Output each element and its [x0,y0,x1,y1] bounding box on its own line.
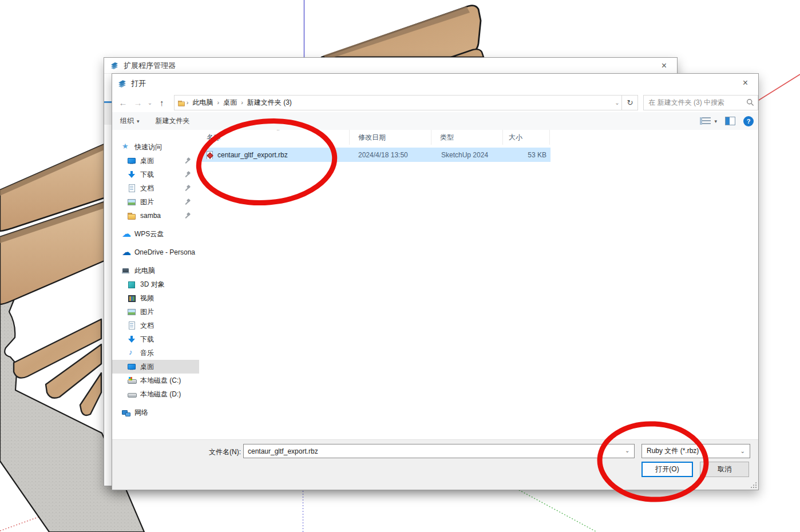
sidebar-item-文档[interactable]: 文档 [112,319,199,332]
sidebar-item-图片[interactable]: 图片 [112,305,199,319]
view-mode-button[interactable]: ▾ [700,117,717,125]
cube-icon [128,280,136,288]
address-bar[interactable]: ›此电脑›桌面›新建文件夹 (3) ⌄ [174,95,623,110]
sidebar-item-label: OneDrive - Persona [134,248,195,256]
sidebar-item-WPS云盘[interactable]: WPS云盘 [112,227,199,241]
extension-manager-title: 扩展程序管理器 [124,61,176,71]
sidebar-gap [112,401,199,406]
open-button[interactable]: 打开(O) [641,462,693,477]
pin-icon [184,157,191,164]
resize-grip[interactable] [750,482,757,488]
sketchup-logo-icon [110,61,119,70]
address-dropdown-icon[interactable]: ⌄ [612,96,621,110]
sidebar-item-label: 快速访问 [134,142,162,152]
sidebar-item-OneDrive - Persona[interactable]: OneDrive - Persona [112,245,199,259]
filetype-value: Ruby 文件 (*.rbz) [647,446,699,456]
breadcrumb-item[interactable]: 此电脑 [190,98,216,106]
column-header-修改日期[interactable]: 修改日期 [350,130,431,145]
open-dialog-close-button[interactable]: × [732,74,758,92]
pin-icon [184,184,191,192]
sidebar-item-label: 文档 [140,184,154,193]
extension-manager-titlebar: 扩展程序管理器 × [104,58,677,74]
dialog-footer: 文件名(N): ⌄ Ruby 文件 (*.rbz) ⌄ 打开(O) 取消 [112,439,758,490]
download-icon [128,170,136,178]
download-icon [128,335,136,343]
sidebar-item-下载[interactable]: 下载 [112,168,199,181]
file-name-cell: centaur_gltf_export.rbz [202,151,350,159]
sidebar-item-label: 桌面 [140,362,154,372]
sidebar-item-label: 桌面 [140,156,154,166]
back-button[interactable]: ← [116,98,130,108]
column-header-label: 类型 [440,133,454,142]
filename-label: 文件名(N): [169,447,241,457]
sidebar-gap [112,223,199,227]
breadcrumb-separator: › [185,99,190,106]
sidebar-item-samba[interactable]: samba [112,209,199,223]
sidebar-item-label: 本地磁盘 (C:) [140,376,181,386]
details-view-icon [700,117,711,125]
sidebar-item-label: 下载 [140,170,154,180]
filename-input[interactable] [243,444,635,458]
column-header-类型[interactable]: 类型 [431,130,503,145]
bench-seat-plank [80,373,101,415]
cancel-button[interactable]: 取消 [700,462,749,477]
help-icon[interactable]: ? [743,116,754,126]
breadcrumb-item[interactable]: 新建文件夹 (3) [244,98,295,106]
extension-manager-close-button[interactable]: × [651,58,677,73]
search-icon [746,98,754,106]
sidebar-item-图片[interactable]: 图片 [112,195,199,209]
refresh-button[interactable]: ↻ [622,95,638,110]
sidebar-item-label: 文档 [140,321,154,331]
sidebar-item-label: 音乐 [140,348,154,358]
column-header-名称[interactable]: 名称ˆ [199,130,350,145]
extension-manager-toolbar-sliver [104,103,112,125]
cloud-onedrive-icon [122,248,130,256]
disk-icon [128,390,136,398]
search-box[interactable]: 在 新建文件夹 (3) 中搜索 [643,95,758,110]
preview-pane-icon[interactable] [725,117,735,125]
pin-icon [184,212,191,219]
navigation-bar: ← → ⌄ ↑ ›此电脑›桌面›新建文件夹 (3) ⌄ ↻ 在 新建文件夹 (3… [112,93,758,112]
new-folder-button[interactable]: 新建文件夹 [148,112,198,130]
file-list-header: 名称ˆ修改日期类型大小 [199,130,758,145]
column-header-大小[interactable]: 大小 [503,130,550,145]
organize-menu[interactable]: 组织 ▾ [112,112,148,130]
history-dropdown-icon[interactable]: ⌄ [145,100,155,106]
sidebar-item-视频[interactable]: 视频 [112,291,199,305]
dialog-toolbar: 组织 ▾ 新建文件夹 ▾ ? [112,112,758,130]
filename-dropdown-icon[interactable]: ⌄ [625,447,629,454]
open-dialog-titlebar: 打开 × [112,74,758,93]
sidebar-item-音乐[interactable]: 音乐 [112,346,199,360]
sidebar-item-网络[interactable]: 网络 [112,406,199,419]
red-axis-line [754,74,800,103]
sidebar-item-快速访问[interactable]: 快速访问 [112,140,199,154]
cloud-wps-icon [122,230,130,238]
computer-icon [122,267,130,275]
dialog-main-area: 快速访问桌面下载文档图片sambaWPS云盘OneDrive - Persona… [112,130,758,440]
rbz-file-icon [205,151,213,159]
sidebar-item-桌面[interactable]: 桌面 [112,360,199,374]
filetype-dropdown-icon: ⌄ [740,448,745,454]
forward-button[interactable]: → [130,98,145,108]
organize-caret-icon: ▾ [137,118,140,124]
sidebar-item-桌面[interactable]: 桌面 [112,154,199,168]
file-row[interactable]: centaur_gltf_export.rbz2024/4/18 13:50Sk… [202,148,551,162]
sidebar-item-label: 下载 [140,335,154,344]
sidebar-item-3D 对象[interactable]: 3D 对象 [112,277,199,291]
sidebar-item-文档[interactable]: 文档 [112,181,199,195]
sidebar-item-label: 3D 对象 [140,280,165,289]
sidebar-item-本地磁盘 (C:)[interactable]: 本地磁盘 (C:) [112,374,199,387]
document-icon [128,184,136,192]
sidebar-item-下载[interactable]: 下载 [112,332,199,346]
sidebar-gap [112,241,199,245]
sidebar-item-此电脑[interactable]: 此电脑 [112,264,199,277]
breadcrumb-item[interactable]: 桌面 [220,98,240,106]
sort-ascending-icon: ˆ [277,130,279,137]
sketchup-logo-icon [117,79,127,89]
picture-icon [128,198,136,206]
picture-icon [128,308,136,316]
sidebar-item-本地磁盘 (D:)[interactable]: 本地磁盘 (D:) [112,387,199,401]
filetype-select[interactable]: Ruby 文件 (*.rbz) ⌄ [641,444,750,458]
up-button[interactable]: ↑ [155,98,169,108]
breadcrumb: ›此电脑›桌面›新建文件夹 (3) [185,98,295,108]
